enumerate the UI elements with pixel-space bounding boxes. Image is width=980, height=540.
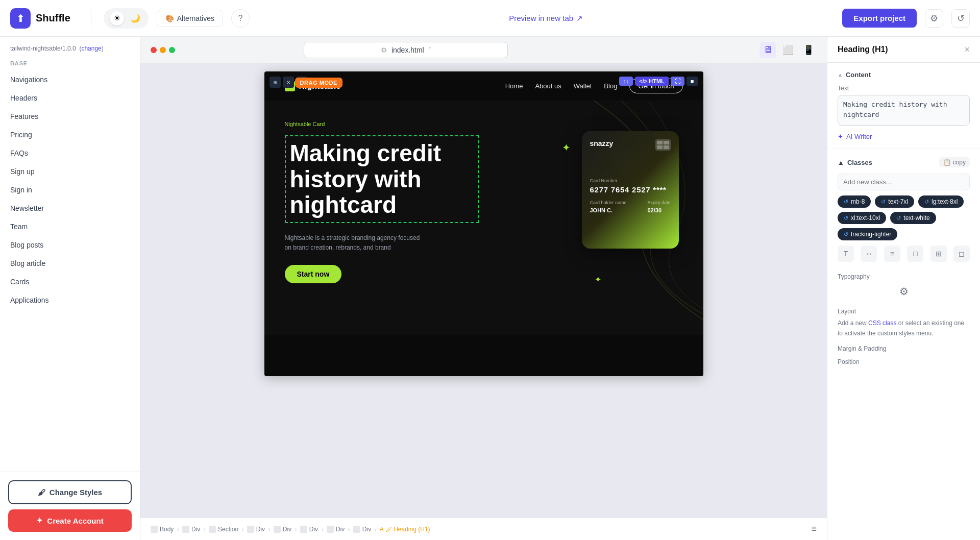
style-icon-typography[interactable]: T [838,246,854,262]
breadcrumb-div2-icon [247,526,254,533]
breadcrumb-div-2[interactable]: Div [247,526,265,533]
sidebar-item-blogarticle[interactable]: Blog article [0,254,140,273]
classes-title[interactable]: ▲ Classes [838,159,872,166]
content-section-label: Content [846,71,871,79]
site-nav-wallet[interactable]: Wallet [574,82,592,90]
sparkle-1: ✦ [562,141,571,154]
address-text: index.html [391,46,424,54]
content-chevron-icon: ▲ [838,72,843,78]
html-btn[interactable]: </> HTML [635,77,669,86]
card-holder-field: Card holder name JOHN C. [590,200,627,214]
breadcrumb-heading[interactable]: A 🖊 Heading (H1) [380,526,430,533]
settings-button[interactable]: ⚙ [925,9,943,28]
address-gear-icon[interactable]: ⚙ [381,46,387,54]
sidebar-item-applications[interactable]: Applications [0,291,140,309]
sync-icon: ↺ [844,199,848,205]
card-holder-value: JOHN C. [590,207,613,213]
site-nav-home[interactable]: Home [505,82,523,90]
style-icon-align[interactable]: ≡ [884,246,900,262]
panel-classes-section: ▲ Classes 📋 copy ↺ mb-8 ↺ text-7xl [827,149,980,377]
copy-button[interactable]: 📋 copy [939,157,970,167]
breadcrumb-section[interactable]: Section [209,526,238,533]
sidebar-item-team[interactable]: Team [0,217,140,236]
content-text-input[interactable]: Making credit history with nightcard [838,95,970,126]
alternatives-icon: 🎨 [165,14,174,22]
traffic-light-red [151,47,157,53]
breadcrumb-menu-btn[interactable]: ≡ [811,524,817,534]
export-button[interactable]: Export project [842,9,917,28]
breadcrumb-div5-icon [327,526,334,533]
address-bar: ⚙ index.html ˅ [304,42,508,58]
site-nav-aboutus[interactable]: About us [535,82,561,90]
sidebar-item-newsletter[interactable]: Newsletter [0,199,140,217]
class-tag-mb8[interactable]: ↺ mb-8 [838,195,871,208]
style-icon-border[interactable]: □ [907,246,923,262]
style-icon-space[interactable]: ◻ [953,246,970,262]
breadcrumb-div-4[interactable]: Div [300,526,318,533]
add-class-input[interactable] [838,174,970,190]
ctrl-btn-2[interactable]: ✕ [283,77,294,88]
theme-dark-btn[interactable]: 🌙 [128,11,142,26]
breadcrumb-section-icon [209,526,216,533]
typography-label: Typography [838,273,970,280]
hero-tag: Nightsable Card [285,121,683,127]
card-chip [655,139,671,151]
history-button[interactable]: ↺ [951,9,970,28]
panel-title: Heading (H1) [838,45,888,54]
sidebar-item-faqs[interactable]: FAQs [0,144,140,162]
breadcrumb-div-5[interactable]: Div [327,526,345,533]
class-tag-xl-text10xl[interactable]: ↺ xl:text-10xl [838,212,886,224]
theme-light-btn[interactable]: ☀ [110,11,124,26]
sidebar-item-pricing[interactable]: Pricing [0,126,140,144]
breadcrumb-div-3[interactable]: Div [274,526,291,533]
site-nav-blog[interactable]: Blog [604,82,617,90]
viewport-buttons: 🖥 ⬜ 📱 [760,42,817,58]
css-class-link[interactable]: CSS class [868,320,896,327]
preview-link[interactable]: Preview in new tab ↗ [509,14,583,23]
class-tag-text7xl[interactable]: ↺ text-7xl [875,195,914,208]
dark-btn[interactable]: ■ [687,77,698,86]
change-styles-button[interactable]: 🖌 Change Styles [8,480,132,504]
sync-icon-6: ↺ [844,231,848,238]
style-icon-grid[interactable]: ⊞ [930,246,947,262]
expand-btn[interactable]: ⛶ [671,77,684,86]
sync-icon-4: ↺ [844,215,848,222]
breadcrumb-body-icon [151,526,158,533]
sidebar-item-navigations[interactable]: Navigations [0,70,140,89]
hero-cta-button[interactable]: Start now [285,265,342,283]
ai-writer-link[interactable]: ✦ AI Writer [838,133,970,140]
class-tag-lg-text8xl[interactable]: ↺ lg:text-8xl [918,195,964,208]
breadcrumb-div-1[interactable]: Div [182,526,200,533]
viewport-tablet-btn[interactable]: ⬜ [780,42,796,58]
slider-icon[interactable]: ⚙ [899,285,909,298]
sidebar-item-cards[interactable]: Cards [0,273,140,291]
breadcrumb-body[interactable]: Body [151,526,174,533]
address-chevron-icon[interactable]: ˅ [428,46,431,54]
viewport-mobile-btn[interactable]: 📱 [800,42,817,58]
create-account-icon: ✦ [36,516,43,525]
create-account-button[interactable]: ✦ Create Account [8,509,132,532]
viewport-desktop-btn[interactable]: 🖥 [760,42,776,58]
style-icon-layout[interactable]: ↔ [861,246,877,262]
class-tag-tracking-tighter[interactable]: ↺ tracking-tighter [838,228,897,240]
ctrl-btn-1[interactable]: ⊕ [270,77,281,88]
sidebar-item-signup[interactable]: Sign up [0,162,140,181]
sidebar-version: tailwind-nightsable/1.0.0 [10,45,76,52]
help-button[interactable]: ? [231,9,250,28]
sidebar-item-features[interactable]: Features [0,107,140,126]
sidebar-item-blogposts[interactable]: Blog posts [0,236,140,254]
breadcrumb-div-6[interactable]: Div [353,526,371,533]
sidebar-change-link[interactable]: change [81,45,101,52]
panel-close-btn[interactable]: × [964,45,970,54]
main-layout: tailwind-nightsable/1.0.0 (change) BASE … [0,37,980,540]
sidebar-item-headers[interactable]: Headers [0,89,140,107]
alternatives-button[interactable]: 🎨 Alternatives [157,10,223,27]
alternatives-label: Alternatives [177,14,214,22]
sync-icon-2: ↺ [881,199,886,205]
hero-subtext: Nightsable is a strategic branding agenc… [285,233,428,253]
nav-up-btn[interactable]: ↑↓ [619,77,633,86]
class-tag-text-white[interactable]: ↺ text-white [890,212,936,224]
sidebar-item-signin[interactable]: Sign in [0,181,140,199]
panel-content-header[interactable]: ▲ Content [838,71,970,79]
breadcrumb-div3-icon [274,526,281,533]
